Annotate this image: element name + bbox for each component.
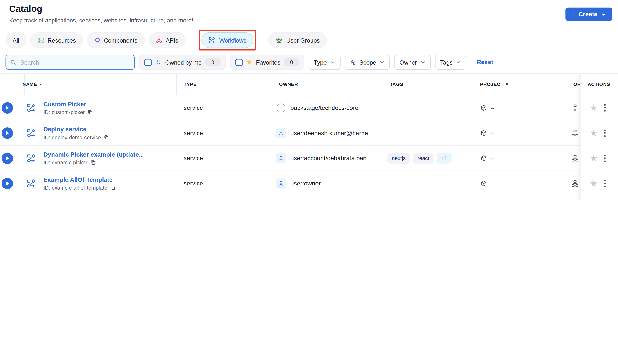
workflow-id: ID: custom-picker — [43, 109, 85, 115]
project-cell: -- — [480, 104, 494, 111]
column-header-project[interactable]: PROJECT ▲▼ — [480, 74, 509, 95]
plus-icon: + — [571, 10, 575, 18]
actions-cell: ★ — [590, 178, 607, 188]
copy-id-button[interactable] — [90, 160, 96, 165]
org-hierarchy-button[interactable] — [571, 129, 579, 137]
package-icon — [480, 104, 487, 111]
tab-all-label: All — [13, 37, 19, 44]
tab-all[interactable]: All — [6, 32, 26, 48]
org-hierarchy-button[interactable] — [571, 179, 579, 187]
workflow-id: ID: deploy-demo-service — [43, 134, 101, 141]
type-cell: service — [184, 129, 203, 136]
workflow-name-link[interactable]: Example AllOf Template — [43, 176, 116, 183]
favorite-star-button[interactable]: ★ — [590, 103, 598, 112]
actions-cell: ★ — [590, 103, 607, 113]
project-value: -- — [490, 104, 494, 111]
run-workflow-button[interactable] — [1, 102, 13, 113]
api-icon — [156, 37, 162, 44]
column-header-actions: ACTIONS — [581, 74, 618, 95]
column-header-org: OR — [574, 74, 581, 95]
run-workflow-button[interactable] — [1, 152, 13, 164]
workflow-id-line: ID: example-all-of-template — [43, 184, 116, 191]
kebab-menu-button[interactable] — [603, 128, 607, 138]
tab-components[interactable]: ⚙ Components — [87, 32, 145, 48]
name-cell: Dynamic Picker example (update... ID: dy… — [43, 150, 144, 166]
org-hierarchy-button[interactable] — [571, 104, 579, 112]
type-cell: service — [184, 155, 203, 162]
workflow-id: ID: example-all-of-template — [43, 184, 107, 191]
tab-apis[interactable]: APIs — [148, 32, 185, 48]
project-value: -- — [490, 180, 494, 187]
owned-by-me-filter[interactable]: Owned by me 0 — [139, 55, 226, 70]
tag-pill: react — [413, 153, 434, 163]
favorites-filter[interactable]: ★ Favorites 0 — [230, 55, 304, 70]
tab-user-groups-label: User Groups — [286, 37, 320, 44]
favorite-star-button[interactable]: ★ — [590, 154, 598, 163]
project-cell: -- — [480, 180, 494, 187]
gear-icon: ⚙ — [94, 37, 100, 44]
project-value: -- — [490, 155, 494, 161]
chevron-down-icon — [601, 11, 606, 17]
org-hierarchy-button[interactable] — [571, 154, 579, 162]
column-header-owner: OWNER — [279, 74, 298, 95]
owner-label: backstage/techdocs-core — [290, 104, 358, 111]
workflow-row: Example AllOf Template ID: example-all-o… — [0, 171, 618, 196]
copy-id-button[interactable] — [104, 134, 109, 140]
table-body: Custom Picker ID: custom-picker service … — [0, 95, 618, 199]
workflow-row: Deploy Harness Solutions Facto... ID: ha… — [0, 196, 618, 199]
search-input[interactable] — [19, 59, 130, 66]
filter-bar: Owned by me 0 ★ Favorites 0 Type Scope O… — [6, 55, 493, 70]
type-dropdown-label: Type — [314, 59, 327, 66]
project-cell: -- — [480, 155, 494, 161]
favorites-label: Favorites — [256, 59, 281, 66]
owner-cell: ? user:deepesh.kumar@harne... — [276, 128, 373, 138]
create-button[interactable]: + Create — [565, 8, 612, 21]
run-workflow-button[interactable] — [1, 178, 13, 189]
table-header: NAME▲ TYPE OWNER TAGS PROJECT ▲▼ OR — [0, 74, 618, 95]
column-header-tags: TAGS — [390, 74, 403, 95]
copy-id-button[interactable] — [110, 185, 116, 190]
run-workflow-button[interactable] — [1, 127, 13, 139]
catalog-kind-tabs: All Resources ⚙ Components APIs Workflow… — [6, 32, 327, 49]
tab-user-groups[interactable]: User Groups — [268, 32, 327, 48]
owned-by-me-checkbox[interactable] — [144, 59, 152, 66]
owner-dropdown[interactable]: Owner — [394, 55, 431, 70]
favorites-checkbox[interactable] — [235, 59, 243, 66]
workflow-name-link[interactable]: Dynamic Picker example (update... — [43, 150, 144, 158]
person-icon — [155, 59, 162, 65]
star-icon: ★ — [246, 59, 252, 66]
package-icon — [480, 180, 487, 187]
tab-workflows[interactable]: Workflows — [202, 32, 254, 48]
scope-dropdown[interactable]: Scope — [345, 55, 390, 70]
workflow-row: Dynamic Picker example (update... ID: dy… — [0, 146, 618, 171]
tab-divider — [194, 33, 194, 47]
tags-dropdown[interactable]: Tags — [435, 55, 466, 70]
kebab-menu-button[interactable] — [603, 178, 607, 188]
tab-resources[interactable]: Resources — [30, 32, 83, 48]
actions-cell: ★ — [590, 153, 607, 163]
copy-id-button[interactable] — [88, 109, 93, 115]
search-icon — [10, 59, 16, 65]
chevron-down-icon — [420, 59, 426, 65]
workflow-name-link[interactable]: Deploy service — [43, 125, 109, 133]
tags-cell: nextjsreact+1 — [388, 153, 474, 163]
kebab-menu-button[interactable] — [603, 153, 607, 163]
workflow-name-link[interactable]: Custom Picker — [43, 100, 93, 107]
workflows-highlight-box: Workflows — [199, 30, 256, 51]
more-tags-pill[interactable]: +1 — [437, 153, 451, 163]
chevron-down-icon — [379, 59, 385, 65]
favorite-star-button[interactable]: ★ — [590, 129, 598, 138]
catalog-page: Catalog Keep track of applications, serv… — [0, 0, 618, 200]
favorite-star-button[interactable]: ★ — [590, 179, 598, 188]
reset-filters-link[interactable]: Reset — [477, 59, 493, 66]
type-dropdown[interactable]: Type — [309, 55, 341, 70]
kebab-menu-button[interactable] — [603, 103, 607, 113]
owner-icon: ? — [276, 178, 286, 188]
owner-icon: ? — [276, 128, 286, 138]
name-cell: Example AllOf Template ID: example-all-o… — [43, 176, 116, 191]
workflow-icon — [26, 153, 36, 163]
tab-components-label: Components — [104, 37, 137, 44]
workflow-row: Deploy service ID: deploy-demo-service s… — [0, 120, 618, 146]
server-stack-icon — [37, 37, 44, 44]
column-header-name[interactable]: NAME▲ — [23, 74, 42, 95]
